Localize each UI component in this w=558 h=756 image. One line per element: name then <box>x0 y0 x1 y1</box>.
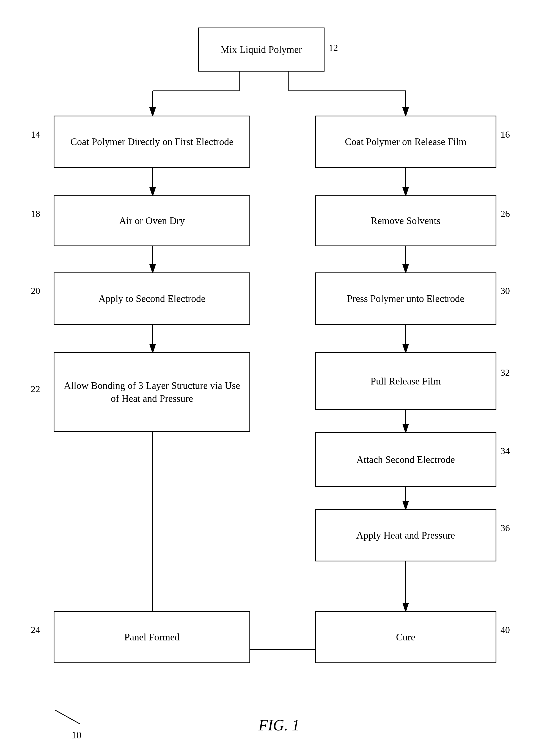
box-coat-release-film: Coat Polymer on Release Film <box>315 116 497 168</box>
box-remove-solvents: Remove Solvents <box>315 195 497 246</box>
ref-26: 26 <box>501 209 510 219</box>
box-cure: Cure <box>315 611 497 663</box>
box-attach-second-electrode: Attach Second Electrode <box>315 432 497 487</box>
ref-24: 24 <box>31 625 40 635</box>
ref-18: 18 <box>31 209 40 219</box>
box-coat-directly: Coat Polymer Directly on First Electrode <box>54 116 250 168</box>
box-pull-release-film: Pull Release Film <box>315 352 497 410</box>
box-mix-liquid-polymer: Mix Liquid Polymer <box>198 27 325 72</box>
ref-14: 14 <box>31 129 40 140</box>
ref-30: 30 <box>501 286 510 296</box>
diagram-container: Mix Liquid Polymer 12 Coat Polymer Direc… <box>0 0 558 756</box>
ref-32: 32 <box>501 367 510 378</box>
box-apply-second-electrode: Apply to Second Electrode <box>54 272 250 325</box>
ref-40: 40 <box>501 625 510 635</box>
ref-10: 10 <box>72 729 81 741</box>
figure-label: FIG. 1 <box>258 716 300 734</box>
box-panel-formed: Panel Formed <box>54 611 250 663</box>
box-air-oven-dry: Air or Oven Dry <box>54 195 250 246</box>
ref-16: 16 <box>501 129 510 140</box>
ref-22: 22 <box>31 384 40 394</box>
box-apply-heat-pressure: Apply Heat and Pressure <box>315 509 497 561</box>
ref-36: 36 <box>501 523 510 533</box>
ref-12: 12 <box>329 43 338 53</box>
ref-34: 34 <box>501 446 510 456</box>
svg-line-18 <box>55 710 80 724</box>
ref-20: 20 <box>31 286 40 296</box>
box-press-polymer: Press Polymer unto Electrode <box>315 272 497 325</box>
box-allow-bonding: Allow Bonding of 3 Layer Structure via U… <box>54 352 250 432</box>
